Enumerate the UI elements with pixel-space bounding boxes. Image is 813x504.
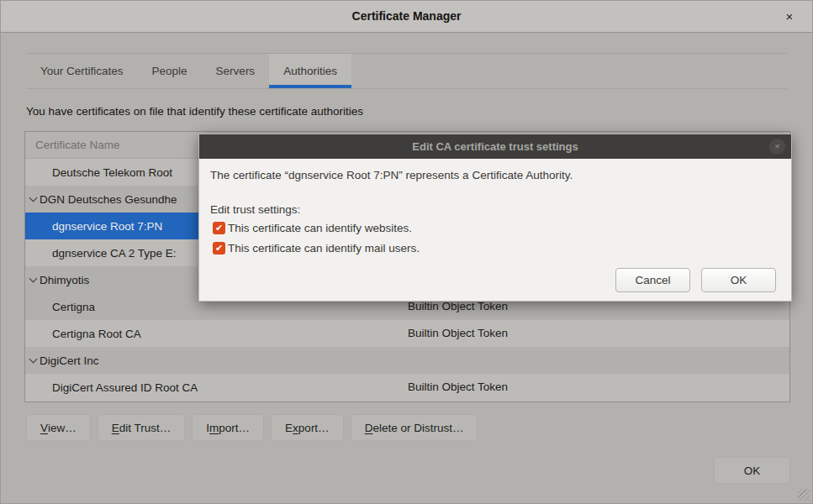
export-button[interactable]: Export…: [271, 414, 344, 441]
window-title: Certificate Manager: [1, 9, 812, 23]
edit-trust-settings-label: Edit trust settings:: [210, 203, 300, 216]
tab-bar: Your Certificates People Servers Authori…: [26, 54, 787, 89]
window-titlebar[interactable]: Certificate Manager ×: [1, 1, 812, 33]
import-button[interactable]: Import…: [192, 414, 264, 441]
close-icon[interactable]: ×: [780, 8, 799, 26]
identify-websites-option[interactable]: ✔ This certificate can identify websites…: [213, 222, 412, 234]
dialog-button-row: Cancel OK: [615, 268, 776, 292]
page-description: You have certificates on file that ident…: [26, 105, 363, 118]
edit-trust-button[interactable]: Edit Trust…: [98, 414, 186, 441]
delete-or-distrust-button[interactable]: Delete or Distrust…: [351, 414, 478, 441]
checkbox-checked-icon[interactable]: ✔: [213, 242, 225, 255]
access-key: V: [40, 422, 48, 434]
view-button[interactable]: View…: [26, 414, 91, 441]
access-key: D: [365, 422, 373, 434]
certificate-name: Deutsche Telekom Root: [25, 166, 172, 179]
label-part: iew…: [48, 422, 77, 434]
dialog-body: The certificate “dgnservice Root 7:PN” r…: [199, 159, 791, 302]
label-part: dit Trust…: [119, 422, 172, 434]
access-key: m: [209, 422, 219, 434]
tab-your-certificates[interactable]: Your Certificates: [26, 54, 138, 88]
identify-mail-users-option[interactable]: ✔ This certificate can identify mail use…: [213, 242, 420, 255]
table-row[interactable]: DigiCert Assured ID Root CA Builtin Obje…: [25, 374, 789, 401]
certificate-manager-window: Certificate Manager × Your Certificates …: [0, 0, 813, 504]
certificate-name: DigiCert Assured ID Root CA: [25, 381, 198, 394]
access-key: E: [112, 422, 119, 434]
cancel-button[interactable]: Cancel: [615, 268, 690, 292]
checkbox-checked-icon[interactable]: ✔: [213, 222, 225, 234]
certificate-name: Certigna: [25, 301, 95, 313]
action-button-row: View… Edit Trust… Import… Export… Delete…: [26, 414, 478, 441]
certificate-name: dgnservice CA 2 Type E:: [25, 247, 177, 260]
tab-authorities[interactable]: Authorities: [269, 54, 351, 88]
certificate-name: Dhimyotis: [36, 274, 89, 286]
dialog-message: The certificate “dgnservice Root 7:PN” r…: [210, 169, 573, 181]
table-row[interactable]: DigiCert Inc: [25, 347, 789, 374]
edit-trust-dialog: Edit CA certificate trust settings × The…: [198, 134, 792, 302]
dialog-ok-button[interactable]: OK: [701, 268, 776, 292]
tab-servers[interactable]: Servers: [202, 54, 270, 88]
tab-people[interactable]: People: [138, 54, 202, 88]
security-device: Builtin Object Token: [408, 374, 508, 401]
dialog-close-icon[interactable]: ×: [769, 139, 785, 155]
certificate-name: Certigna Root CA: [25, 328, 141, 340]
label-part: E: [285, 422, 293, 434]
certificate-name: DigiCert Inc: [36, 354, 99, 367]
ok-button[interactable]: OK: [714, 457, 790, 484]
label-part: port…: [298, 422, 330, 434]
checkbox-label: This certificate can identify mail users…: [228, 242, 420, 255]
access-key: x: [293, 422, 298, 434]
column-header-label: Certificate Name: [35, 139, 120, 151]
certificate-name: dgnservice Root 7:PN: [25, 220, 162, 233]
label-part: elete or Distrust…: [372, 422, 463, 434]
security-device: Builtin Object Token: [408, 320, 508, 347]
label-part: port…: [219, 422, 250, 434]
checkbox-label: This certificate can identify websites.: [228, 222, 412, 234]
certificate-name: DGN Deutsches Gesundhe: [36, 193, 177, 206]
dialog-titlebar[interactable]: Edit CA certificate trust settings ×: [199, 134, 791, 159]
table-row[interactable]: Certigna Root CA Builtin Object Token: [25, 320, 789, 347]
dialog-title: Edit CA certificate trust settings: [412, 140, 578, 153]
resize-grip-icon[interactable]: [798, 489, 810, 501]
